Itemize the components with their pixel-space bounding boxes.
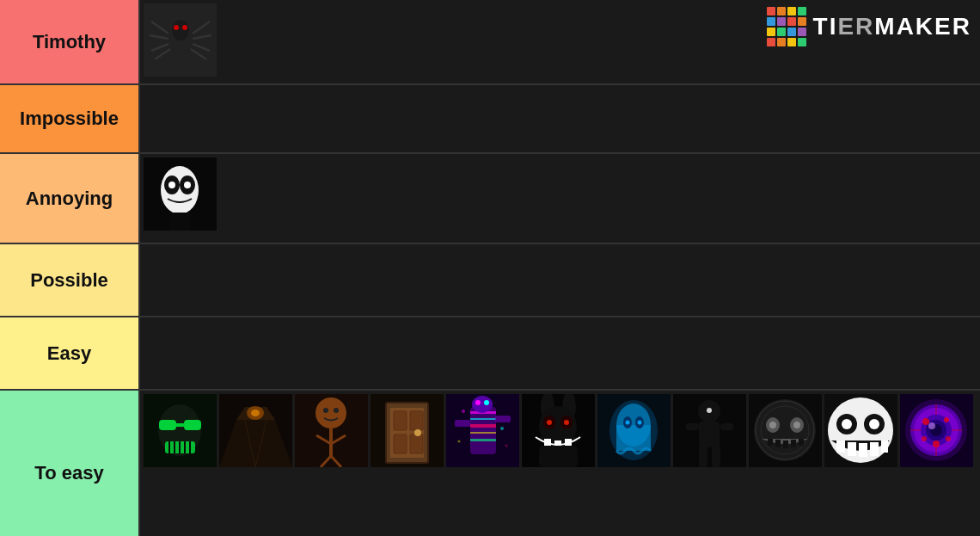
svg-point-90 [638, 421, 642, 425]
svg-point-67 [462, 410, 465, 413]
glitch-svg [446, 394, 519, 467]
rabbit-svg [522, 394, 595, 467]
door-svg [371, 394, 444, 467]
logo-cell [798, 38, 806, 46]
svg-rect-51 [410, 411, 423, 430]
tier-content-annoying [140, 154, 980, 243]
svg-rect-120 [859, 443, 867, 457]
svg-rect-86 [616, 425, 651, 451]
character-ghostface[interactable] [144, 394, 217, 467]
tier-label-annoying: Annoying [0, 154, 140, 243]
character-rabbit[interactable] [522, 394, 595, 467]
svg-rect-23 [175, 423, 185, 427]
character-hallway[interactable] [219, 394, 292, 467]
tier-content-easy [140, 317, 980, 389]
svg-rect-119 [848, 442, 856, 456]
svg-point-70 [505, 445, 508, 447]
tier-label-toeasy: To easy [0, 391, 140, 536]
svg-rect-21 [159, 420, 176, 430]
tier-label-impossible: Impossible [0, 85, 140, 152]
svg-rect-58 [470, 418, 496, 420]
svg-point-77 [547, 420, 552, 425]
svg-point-54 [414, 429, 421, 436]
svg-point-39 [323, 408, 328, 413]
tier-label-timothy: Timothy [0, 0, 140, 83]
svg-rect-111 [799, 439, 804, 446]
tier-content-toeasy [140, 391, 980, 536]
svg-rect-59 [470, 424, 496, 428]
character-orb[interactable] [900, 394, 973, 467]
svg-line-5 [150, 35, 168, 39]
svg-line-11 [191, 49, 206, 59]
svg-point-34 [251, 410, 260, 416]
svg-point-130 [928, 422, 935, 429]
silhouette-svg [673, 394, 746, 467]
character-stickfig[interactable] [295, 394, 368, 467]
logo-cell [767, 38, 775, 46]
blueghost-svg [597, 394, 671, 467]
svg-point-65 [475, 400, 481, 405]
svg-rect-122 [881, 441, 888, 453]
svg-point-131 [922, 418, 929, 425]
tier-row-impossible: Impossible [0, 85, 980, 154]
character-door[interactable] [371, 394, 444, 467]
svg-point-134 [946, 436, 951, 441]
logo-cell [787, 7, 796, 15]
character-skull-annoying[interactable] [144, 157, 217, 231]
svg-point-16 [168, 182, 175, 188]
tiermaker-logo: TiERMAKER [767, 7, 971, 46]
tiermaker-logo-text: TiERMAKER [813, 13, 971, 40]
logo-cell [767, 17, 775, 26]
character-spider[interactable] [144, 3, 217, 77]
logo-cell [767, 28, 775, 36]
tier-row-toeasy: To easy [0, 391, 980, 536]
svg-rect-108 [775, 440, 781, 447]
svg-rect-56 [470, 407, 496, 454]
svg-point-89 [626, 421, 630, 425]
svg-point-68 [500, 427, 504, 430]
svg-point-64 [472, 396, 493, 413]
svg-point-1 [172, 20, 189, 40]
svg-rect-118 [836, 441, 845, 453]
svg-line-7 [155, 49, 170, 59]
skull-face-svg [144, 157, 217, 231]
character-silhouette[interactable] [673, 394, 746, 467]
logo-cell [798, 7, 806, 15]
character-smile[interactable] [824, 394, 897, 467]
svg-point-69 [458, 441, 461, 443]
logo-grid-icon [767, 7, 806, 46]
svg-rect-63 [495, 416, 511, 422]
svg-point-2 [174, 25, 179, 30]
svg-point-17 [184, 182, 191, 188]
smile-svg [824, 394, 897, 467]
svg-line-8 [193, 22, 210, 34]
svg-rect-94 [699, 446, 707, 467]
tier-content-possible [140, 244, 980, 316]
svg-rect-93 [699, 422, 720, 447]
logo-cell [798, 17, 806, 26]
tier-row-possible: Possible [0, 244, 980, 317]
character-skullgrin[interactable] [749, 394, 822, 467]
svg-point-106 [793, 422, 800, 428]
svg-point-78 [564, 420, 569, 425]
svg-rect-50 [394, 411, 407, 430]
logo-cell [787, 17, 796, 26]
svg-rect-18 [169, 213, 191, 231]
svg-rect-97 [720, 423, 733, 430]
svg-point-3 [182, 25, 187, 30]
skullgrin-svg [749, 394, 822, 467]
svg-rect-53 [410, 434, 423, 453]
svg-point-40 [334, 408, 339, 413]
character-blueghost[interactable] [597, 394, 671, 467]
tier-content-impossible [140, 85, 980, 152]
svg-rect-61 [470, 439, 496, 441]
character-glitch[interactable] [446, 394, 519, 467]
tier-label-possible: Possible [0, 244, 140, 316]
svg-rect-109 [783, 441, 788, 448]
svg-point-133 [922, 436, 927, 441]
svg-rect-22 [184, 420, 201, 430]
svg-rect-60 [470, 432, 496, 434]
svg-point-98 [707, 408, 712, 413]
logo-cell [777, 28, 786, 36]
logo-cell [777, 7, 786, 15]
